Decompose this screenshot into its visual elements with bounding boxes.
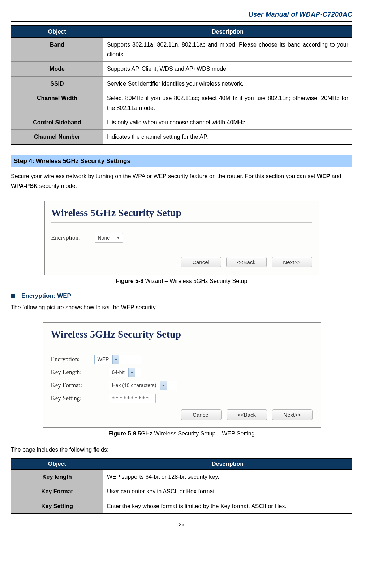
bullet-encryption-wep: Encryption: WEP	[11, 292, 352, 300]
back-button[interactable]: <<Back	[226, 257, 267, 267]
step4-intro-b1: WEP	[317, 173, 330, 179]
ss1-hr	[51, 222, 312, 223]
t2-keyformat-desc: User can enter key in ASCII or Hex forma…	[103, 484, 352, 499]
svg-marker-2	[162, 385, 165, 386]
ss2-encryption-value: WEP	[98, 356, 109, 362]
ss2-keyformat-value: Hex (10 characters)	[112, 382, 156, 388]
next-button[interactable]: Next>>	[272, 257, 312, 267]
step4-intro-end: security mode.	[38, 183, 77, 189]
t2-keysetting-obj: Key Setting	[11, 499, 103, 514]
figure-5-8-rest: Wizard – Wireless 5GHz Security Setup	[143, 278, 247, 284]
cancel-button[interactable]: Cancel	[181, 409, 222, 420]
t2-head-object: Object	[11, 458, 103, 470]
t1-cs-obj: Control Sideband	[11, 115, 103, 130]
t2-keylength-desc: WEP supports 64-bit or 128-bit security …	[103, 470, 352, 484]
step4-intro-b2: WPA-PSK	[11, 183, 38, 189]
t1-band-obj: Band	[11, 38, 103, 62]
step4-heading: Step 4: Wireless 5GHz Security Settings	[11, 155, 352, 167]
t1-cn-desc: Indicates the channel setting for the AP…	[103, 130, 352, 145]
object-description-table-2: Object Description Key length WEP suppor…	[11, 458, 352, 514]
ss2-encryption-select[interactable]: WEP	[94, 355, 141, 364]
object-description-table-1: Object Description Band Supports 802.11a…	[11, 25, 352, 145]
figure-5-9-bold: Figure 5-9	[108, 430, 136, 437]
ss2-keyformat-select[interactable]: Hex (10 characters)	[109, 381, 177, 390]
fields-intro: The page includes the following fields:	[11, 445, 352, 455]
step4-intro-mid: and	[330, 173, 341, 179]
square-bullet-icon	[11, 294, 15, 298]
ss2-encryption-label: Encryption:	[51, 356, 94, 363]
ss2-hr	[51, 344, 313, 344]
bullet-encryption-wep-text: Encryption: WEP	[21, 292, 71, 300]
ss2-keylength-value: 64-bit	[112, 369, 125, 375]
ss1-encryption-value: None	[98, 235, 110, 241]
t1-band-desc: Supports 802.11a, 802.11n, 802.11ac and …	[103, 38, 352, 62]
step4-intro: Secure your wireless network by turning …	[11, 171, 352, 191]
ss2-title: Wireless 5GHz Security Setup	[51, 329, 313, 340]
step4-intro-1: Secure your wireless network by turning …	[11, 173, 317, 179]
chevron-down-icon	[112, 355, 119, 364]
t2-head-description: Description	[103, 458, 352, 470]
figure-5-8-bold: Figure 5-8	[116, 278, 143, 284]
t2-keyformat-obj: Key Format	[11, 484, 103, 499]
screenshot-5ghz-security-none: Wireless 5GHz Security Setup Encryption:…	[44, 201, 319, 275]
ss1-title: Wireless 5GHz Security Setup	[51, 207, 312, 219]
figure-5-9-rest: 5GHz Wireless Security Setup – WEP Setti…	[136, 430, 255, 437]
t2-keylength-obj: Key length	[11, 470, 103, 484]
next-button[interactable]: Next>>	[272, 409, 313, 420]
chevron-down-icon: ▼	[116, 236, 120, 240]
page-header-title: User Manual of WDAP-C7200AC	[11, 11, 352, 18]
t1-head-description: Description	[103, 26, 352, 38]
screenshot-5ghz-security-wep: Wireless 5GHz Security Setup Encryption:…	[43, 322, 321, 428]
page-number: 23	[11, 522, 352, 527]
ss2-keylength-label: Key Length:	[51, 369, 94, 376]
figure-5-9-caption: Figure 5-9 5GHz Wireless Security Setup …	[11, 430, 352, 437]
t1-ssid-obj: SSID	[11, 76, 103, 91]
wep-intro-text: The following picture shows how to set t…	[11, 302, 352, 312]
svg-marker-1	[130, 372, 133, 373]
chevron-down-icon	[160, 381, 167, 390]
ss2-keyformat-label: Key Format:	[51, 382, 94, 389]
t1-cn-obj: Channel Number	[11, 130, 103, 145]
back-button[interactable]: <<Back	[227, 409, 267, 420]
t1-cs-desc: It is only valid when you choose channel…	[103, 115, 352, 130]
ss1-encryption-select[interactable]: None ▼	[95, 233, 123, 243]
t1-mode-desc: Supports AP, Client, WDS and AP+WDS mode…	[103, 62, 352, 76]
header-rule	[11, 21, 352, 22]
ss1-encryption-label: Encryption:	[51, 234, 95, 241]
cancel-button[interactable]: Cancel	[181, 257, 221, 267]
chevron-down-icon	[128, 368, 135, 377]
t1-ssid-desc: Service Set Identifier identifies your w…	[103, 76, 352, 91]
t1-head-object: Object	[11, 26, 103, 38]
t1-cw-obj: Channel Width	[11, 91, 103, 115]
t1-cw-desc: Select 80MHz if you use 802.11ac; select…	[103, 91, 352, 115]
ss2-keylength-select[interactable]: 64-bit	[109, 368, 141, 377]
t2-keysetting-desc: Enter the key whose format is limited by…	[103, 499, 352, 514]
svg-marker-0	[115, 359, 117, 360]
ss2-keysetting-input[interactable]: **********	[109, 394, 156, 403]
figure-5-8-caption: Figure 5-8 Wizard – Wireless 5GHz Securi…	[11, 278, 352, 284]
t1-mode-obj: Mode	[11, 62, 103, 76]
ss2-keysetting-label: Key Setting:	[51, 395, 94, 402]
